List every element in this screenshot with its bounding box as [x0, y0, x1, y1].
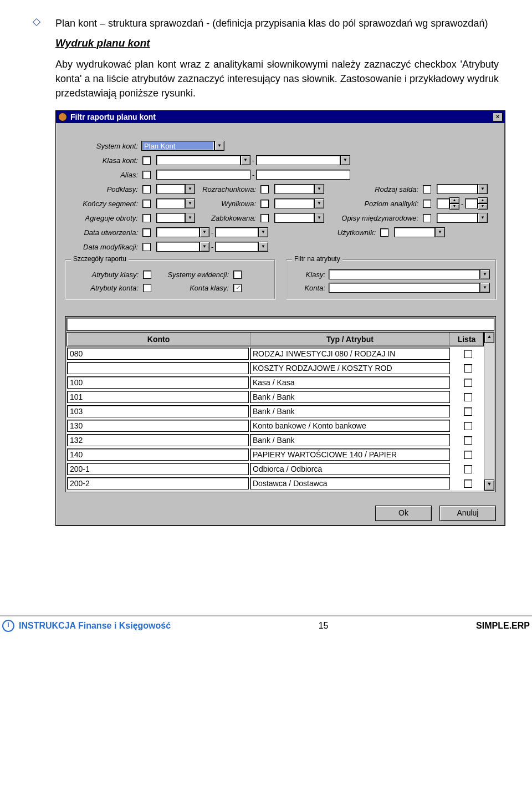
intro-paragraph: Aby wydrukować plan kont wraz z analityk… — [55, 57, 499, 100]
konta-klasy-checkbox[interactable] — [233, 284, 242, 292]
poziom-analityki-spin[interactable]: ▲▼ - ▲▼ — [437, 197, 488, 210]
data-utworzenia-from[interactable]: ▼ — [156, 227, 209, 237]
table-row[interactable]: 130Konto bankowe / Konto bankowe — [66, 419, 484, 433]
group-szczegoly-legend: Szczegóły raportu — [71, 255, 129, 263]
rozrachunkowa-combo[interactable]: ▼ — [274, 184, 324, 194]
row-lista-checkbox[interactable] — [464, 436, 472, 445]
table-row[interactable]: 101Bank / Bank — [66, 390, 484, 404]
label-klasa-kont: Klasa kont: — [65, 156, 141, 165]
label-filtr-klasy: Klasy: — [292, 271, 329, 279]
atrybuty-konta-checkbox[interactable] — [143, 284, 151, 292]
row-lista-checkbox[interactable] — [464, 393, 472, 401]
data-modyfikacji-checkbox[interactable] — [142, 243, 151, 251]
label-rozrachunkowa: Rozrachunkowa: — [195, 185, 259, 193]
cancel-button[interactable]: Anuluj — [439, 506, 496, 521]
col-header-konto[interactable]: Konto — [67, 333, 250, 346]
alias-to[interactable] — [256, 170, 350, 180]
data-utworzenia-checkbox[interactable] — [142, 228, 151, 237]
alias-checkbox[interactable] — [142, 171, 151, 179]
app-icon — [58, 113, 67, 121]
filtr-klasy-combo[interactable]: ▼ — [329, 269, 490, 279]
label-data-utworzenia: Data utworzenia: — [65, 228, 141, 237]
alias-from[interactable] — [156, 170, 250, 180]
ok-button[interactable]: Ok — [375, 506, 432, 521]
label-atrybuty-klasy: Atrybuty klasy: — [71, 271, 142, 279]
rozrachunkowa-checkbox[interactable] — [260, 185, 269, 193]
vertical-scrollbar[interactable]: ▲ ▼ — [484, 332, 494, 491]
row-lista-checkbox[interactable] — [464, 364, 472, 373]
wynikowa-checkbox[interactable] — [260, 200, 269, 208]
footer-page-number: 15 — [319, 621, 329, 631]
table-row[interactable]: 080RODZAJ INWESTYCJI 080 / RODZAJ IN — [66, 346, 484, 361]
row-lista-checkbox[interactable] — [464, 379, 472, 387]
klasa-kont-checkbox[interactable] — [142, 156, 151, 165]
col-header-typ[interactable]: Typ / Atrybut — [250, 333, 450, 346]
data-utworzenia-to[interactable]: ▼ — [215, 227, 268, 237]
uzytkownik-checkbox[interactable] — [380, 228, 388, 237]
group-szczegoly-raportu: Szczegóły raportu Atrybuty klasy: System… — [65, 259, 275, 299]
label-alias: Alias: — [65, 171, 141, 179]
zablokowana-checkbox[interactable] — [260, 214, 269, 222]
data-modyfikacji-to[interactable]: ▼ — [215, 242, 268, 252]
row-lista-checkbox[interactable] — [464, 350, 472, 358]
row-lista-checkbox[interactable] — [464, 451, 472, 459]
agreguje-obroty-checkbox[interactable] — [142, 214, 151, 222]
data-modyfikacji-from[interactable]: ▼ — [156, 242, 209, 252]
table-row[interactable]: 100Kasa / Kasa — [66, 375, 484, 390]
uzytkownik-combo[interactable]: ▼ — [394, 227, 445, 237]
rodzaj-salda-combo[interactable]: ▼ — [437, 184, 488, 194]
filter-dialog: Filtr raportu planu kont × System kont: … — [55, 110, 505, 526]
close-icon[interactable]: × — [493, 113, 503, 121]
system-kont-combo[interactable]: Plan Kont ▼ — [141, 141, 224, 151]
podklasy-combo[interactable]: ▼ — [156, 184, 195, 194]
label-zablokowana: Zablokowana: — [195, 214, 259, 222]
klasa-kont-from[interactable]: ▼ — [156, 155, 250, 165]
klasa-kont-to[interactable]: ▼ — [256, 155, 350, 165]
label-poziom-analityki: Poziom analityki: — [324, 200, 422, 208]
table-row[interactable]: 140PAPIERY WARTOŚCIOWE 140 / PAPIER — [66, 447, 484, 462]
bullet-item: Plan kont – struktura sprawozdań - (defi… — [33, 17, 499, 30]
col-header-lista[interactable]: Lista — [450, 333, 483, 346]
opisy-miedzynarodowe-combo[interactable]: ▼ — [437, 213, 488, 223]
footer-brand: SIMPLE.ERP — [476, 621, 530, 631]
atrybuty-klasy-checkbox[interactable] — [143, 271, 151, 279]
scroll-up-icon[interactable]: ▲ — [484, 332, 494, 343]
diamond-icon — [33, 19, 40, 25]
table-row[interactable]: 132Bank / Bank — [66, 433, 484, 447]
table-row[interactable]: 103Bank / Bank — [66, 404, 484, 419]
wynikowa-combo[interactable]: ▼ — [274, 198, 324, 208]
opisy-miedzynarodowe-checkbox[interactable] — [423, 214, 431, 222]
scroll-down-icon[interactable]: ▼ — [484, 480, 494, 491]
label-atrybuty-konta: Atrybuty konta: — [71, 284, 142, 292]
label-rodzaj-salda: Rodzaj salda: — [324, 185, 422, 193]
rodzaj-salda-checkbox[interactable] — [423, 185, 431, 193]
systemy-ewidencji-checkbox[interactable] — [233, 271, 242, 279]
label-agreguje-obroty: Agreguje obroty: — [65, 214, 141, 222]
group-filtr-atrybuty: Filtr na atrybuty Klasy: ▼ Konta: ▼ — [286, 259, 496, 299]
konczy-segment-combo[interactable]: ▼ — [156, 198, 195, 208]
table-row[interactable]: 200-1Odbiorca / Odbiorca — [66, 462, 484, 476]
bullet-text: Plan kont – struktura sprawozdań - (defi… — [55, 17, 488, 30]
data-grid: Konto Typ / Atrybut Lista 080RODZAJ INWE… — [65, 316, 496, 492]
section-heading: Wydruk planu kont — [55, 37, 499, 49]
dialog-titlebar[interactable]: Filtr raportu planu kont × — [56, 111, 505, 123]
row-lista-checkbox[interactable] — [464, 480, 472, 488]
filtr-konta-combo[interactable]: ▼ — [329, 283, 490, 293]
agreguje-obroty-combo[interactable]: ▼ — [156, 213, 195, 223]
row-lista-checkbox[interactable] — [464, 422, 472, 430]
grid-search-input[interactable] — [66, 318, 494, 331]
chevron-down-icon[interactable]: ▼ — [214, 141, 224, 151]
konczy-segment-checkbox[interactable] — [142, 200, 151, 208]
row-lista-checkbox[interactable] — [464, 465, 472, 473]
label-konta-klasy: Konta klasy: — [151, 284, 232, 292]
table-row[interactable]: KOSZTY RODZAJOWE / KOSZTY ROD — [66, 361, 484, 375]
table-row[interactable]: 200-2Dostawca / Dostawca — [66, 476, 484, 491]
label-filtr-konta: Konta: — [292, 284, 329, 292]
podklasy-checkbox[interactable] — [142, 185, 151, 193]
info-icon: i — [2, 620, 14, 632]
zablokowana-combo[interactable]: ▼ — [274, 213, 324, 223]
row-lista-checkbox[interactable] — [464, 407, 472, 416]
label-systemy-ewidencji: Systemy ewidencji: — [151, 271, 232, 279]
label-opisy-miedzynarodowe: Opisy międzynarodowe: — [324, 214, 422, 222]
poziom-analityki-checkbox[interactable] — [423, 200, 431, 208]
